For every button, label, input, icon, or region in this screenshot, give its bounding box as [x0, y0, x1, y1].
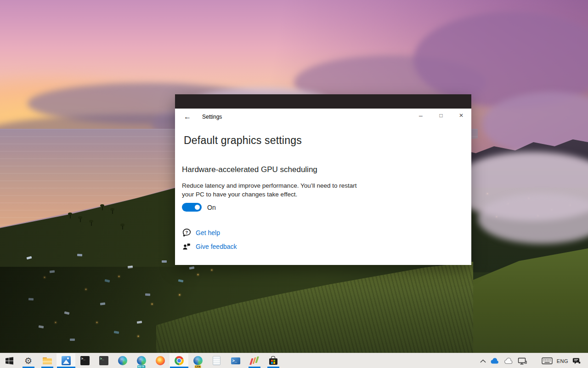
back-arrow-icon: ←: [184, 113, 191, 121]
onedrive-tray-button[interactable]: [490, 357, 500, 365]
settings-window-body: ← Settings – □ ✕ Default graphics settin…: [175, 109, 471, 265]
canary-badge: CAN: [194, 365, 201, 368]
get-help-link[interactable]: ? Get help: [182, 228, 220, 237]
powershell-icon: >_: [231, 357, 240, 364]
system-tray: ENG: [480, 353, 588, 368]
page-title: Default graphics settings: [184, 134, 302, 147]
network-tray-button[interactable]: [518, 357, 527, 365]
gear-icon: ⚙: [24, 356, 32, 365]
wallpaper-shadow: [0, 267, 239, 353]
toggle-state-label: On: [207, 204, 216, 211]
back-button[interactable]: ←: [181, 112, 194, 122]
gpu-scheduling-toggle-row: On: [182, 203, 216, 212]
taskbar-notepad-button[interactable]: [207, 353, 226, 368]
taskbar: ⚙ >_ >_ BETA: [0, 353, 588, 368]
microsoft-store-icon: [269, 356, 278, 365]
taskbar-file-explorer-button[interactable]: [38, 353, 57, 368]
taskbar-edge-canary-button[interactable]: CAN: [188, 353, 207, 368]
taskbar-powershell-button[interactable]: >_: [226, 353, 245, 368]
taskbar-edge-beta-button[interactable]: BETA: [132, 353, 151, 368]
give-feedback-label: Give feedback: [196, 243, 237, 250]
gpu-scheduling-toggle[interactable]: [182, 203, 202, 212]
taskbar-firefox-button[interactable]: [151, 353, 170, 368]
wallpaper-palm-tree: [110, 208, 114, 211]
window-controls: – □ ✕: [411, 109, 471, 122]
taskbar-chrome-button[interactable]: [170, 353, 188, 368]
settings-window: ← Settings – □ ✕ Default graphics settin…: [175, 94, 471, 265]
chrome-icon: [175, 356, 184, 365]
keyboard-icon: [542, 357, 553, 364]
toggle-knob: [195, 205, 200, 210]
get-help-label: Get help: [196, 229, 220, 236]
edge-beta-icon: [137, 356, 146, 365]
person-feedback-icon: [182, 242, 191, 251]
touch-keyboard-button[interactable]: [542, 357, 553, 364]
command-prompt-icon: >_: [80, 356, 90, 365]
taskbar-pinned-apps: ⚙ >_ >_ BETA: [0, 353, 283, 368]
close-button[interactable]: ✕: [451, 109, 471, 122]
edge-canary-icon: [193, 356, 203, 365]
svg-text:?: ?: [185, 230, 188, 235]
firefox-icon: [156, 356, 165, 365]
chevron-up-icon: [480, 359, 486, 363]
section-description: Reduce latency and improve performance. …: [182, 181, 356, 199]
windows-logo-icon: [6, 357, 13, 365]
wallpaper-palm-tree: [78, 216, 82, 219]
wallpaper-palm-tree: [100, 204, 104, 207]
window-top-strip: [175, 94, 471, 109]
taskbar-windows-terminal-button[interactable]: >_: [94, 353, 113, 368]
taskbar-store-button[interactable]: [264, 353, 283, 368]
help-chat-bubble-icon: ?: [182, 228, 191, 237]
terminal-icon: >_: [99, 356, 108, 365]
onedrive-cloud-icon: [490, 357, 500, 365]
window-title: Settings: [202, 114, 222, 120]
photos-icon: [62, 356, 71, 365]
description-line: Reduce latency and improve performance. …: [182, 181, 356, 190]
wallpaper-palm-tree: [68, 213, 72, 215]
minimize-button[interactable]: –: [411, 109, 431, 122]
edge-icon: [118, 356, 127, 365]
taskbar-settings-button[interactable]: ⚙: [19, 353, 38, 368]
taskbar-command-prompt-button[interactable]: >_: [75, 353, 94, 368]
taskbar-windows-central-button[interactable]: [245, 353, 264, 368]
action-center-icon: [572, 357, 581, 365]
folder-icon: [43, 357, 52, 364]
maximize-button[interactable]: □: [431, 109, 451, 122]
action-center-button[interactable]: [572, 357, 581, 365]
give-feedback-link[interactable]: Give feedback: [182, 242, 237, 251]
start-button[interactable]: [0, 353, 19, 368]
network-display-icon: [518, 357, 527, 365]
wallpaper-palm-tree: [89, 220, 93, 223]
section-heading: Hardware-accelerated GPU scheduling: [182, 165, 317, 174]
cloud-tray-button[interactable]: [504, 357, 514, 365]
cloud-outline-icon: [504, 357, 514, 365]
taskbar-edge-button[interactable]: [113, 353, 132, 368]
tray-overflow-chevron[interactable]: [480, 359, 486, 363]
wallpaper-rooftop: [162, 260, 167, 263]
notepad-icon: [213, 356, 220, 365]
beta-badge: BETA: [137, 365, 145, 368]
taskbar-photos-button[interactable]: [57, 353, 75, 368]
windows-central-icon: [250, 357, 259, 364]
desktop: ← Settings – □ ✕ Default graphics settin…: [0, 0, 588, 368]
wallpaper-rooftop: [77, 254, 82, 257]
language-indicator[interactable]: ENG: [557, 358, 568, 364]
description-line: your PC to have your changes take effect…: [182, 190, 356, 199]
wallpaper-palm-tree: [120, 224, 124, 226]
